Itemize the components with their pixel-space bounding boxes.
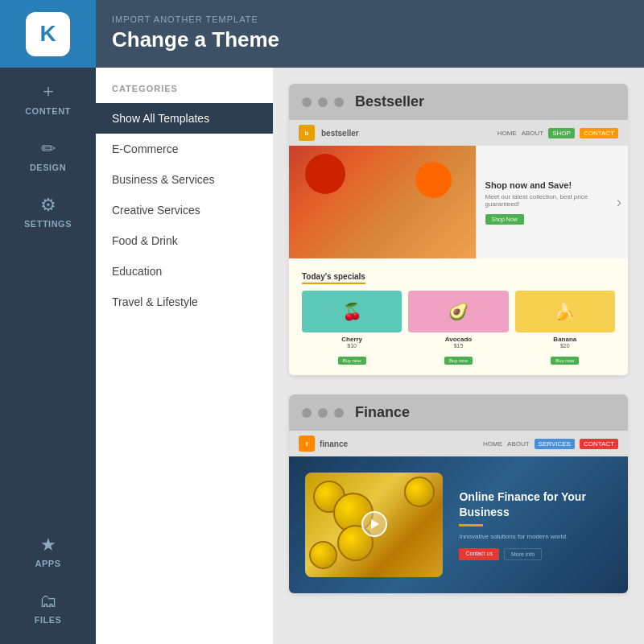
fin-hero-title: Online Finance for Your Business [459, 489, 612, 518]
fin-hero-coins [305, 473, 443, 577]
chevron-right-icon[interactable]: › [617, 194, 621, 211]
sidebar-item-apps[interactable]: ★ APPS [0, 523, 96, 580]
sidebar-label-apps: APPS [35, 559, 61, 568]
categories-panel: CATEGORIES Show All Templates E-Commerce… [96, 68, 273, 644]
fin-hero-text: Online Finance for Your Business Innovat… [443, 489, 612, 559]
page-header: IMPORT ANOTHER TEMPLATE Change a Theme [96, 0, 644, 68]
play-arrow-icon [371, 519, 379, 529]
bs-product-img-cherry: 🍒 [302, 291, 402, 332]
design-icon: ✏ [41, 138, 56, 159]
template-name-bestseller: Bestseller [355, 93, 424, 110]
bs-hero: Shop now and Save! Meet our latest colle… [289, 146, 628, 258]
fin-logo-text: finance [320, 440, 348, 448]
dot-f3 [334, 408, 344, 418]
fin-hero-underline [459, 524, 483, 526]
fin-nav-services: SERVICES [535, 439, 575, 449]
sidebar-label-settings: SETTINGS [24, 219, 72, 229]
header-subtitle: IMPORT ANOTHER TEMPLATE [112, 14, 628, 24]
bs-nav-links: HOME ABOUT SHOP CONTACT [497, 128, 618, 138]
play-button[interactable] [361, 511, 387, 537]
sidebar-item-files[interactable]: 🗂 FILES [0, 580, 96, 636]
bs-product-name-banana: Banana [515, 336, 615, 343]
bs-hero-text: Shop now and Save! Meet our latest colle… [476, 146, 628, 258]
bs-product-img-banana: 🍌 [515, 291, 615, 332]
fin-logo-area: f finance [299, 436, 348, 452]
header-title: Change a Theme [112, 27, 628, 52]
bs-nav-about: ABOUT [522, 130, 544, 137]
coin-5 [404, 477, 435, 507]
settings-icon: ⚙ [40, 195, 56, 216]
category-show-all[interactable]: Show All Templates [96, 103, 273, 134]
fin-logo-icon: f [299, 436, 315, 452]
template-card-finance[interactable]: Finance f finance HOME ABOUT SERVICES [289, 394, 628, 593]
files-icon: 🗂 [39, 591, 57, 612]
category-travel-lifestyle[interactable]: Travel & Lifestyle [96, 287, 273, 317]
bs-product-cherry: 🍒 Cherry $10 Buy now [302, 291, 402, 365]
bs-product-name-cherry: Cherry [302, 336, 402, 343]
fin-nav-contact: CONTACT [580, 439, 618, 449]
category-business-services[interactable]: Business & Services [96, 164, 273, 195]
bestseller-preview: b bestseller HOME ABOUT SHOP CONTACT [289, 120, 628, 375]
sidebar: K ＋ CONTENT ✏ DESIGN ⚙ SETTINGS ★ APPS 🗂… [0, 0, 96, 644]
content-icon: ＋ [39, 79, 57, 103]
category-education[interactable]: Education [96, 256, 273, 287]
template-card-bestseller[interactable]: Bestseller b bestseller HOME ABOUT SHOP [289, 84, 628, 375]
sidebar-label-content: CONTENT [25, 106, 71, 116]
template-name-finance: Finance [355, 404, 410, 421]
bs-product-price-banana: $20 [515, 343, 615, 349]
content-area: CATEGORIES Show All Templates E-Commerce… [96, 68, 644, 644]
bs-product-avocado: 🥑 Avocado $15 Buy now [408, 291, 508, 365]
bs-nav-contact: CONTACT [580, 128, 618, 138]
sidebar-item-content[interactable]: ＋ CONTENT [0, 68, 96, 127]
sidebar-label-design: DESIGN [30, 163, 66, 172]
template-card-header-finance: Finance [289, 394, 628, 431]
dot-1 [302, 97, 312, 107]
fin-nav-about: ABOUT [507, 440, 530, 448]
sidebar-item-settings[interactable]: ⚙ SETTINGS [0, 184, 96, 240]
templates-area: Bestseller b bestseller HOME ABOUT SHOP [273, 68, 644, 644]
bs-hero-title: Shop now and Save! [485, 180, 618, 190]
dot-2 [318, 97, 328, 107]
sidebar-label-files: FILES [35, 615, 62, 625]
bs-hero-button[interactable]: Shop Now [485, 214, 524, 225]
bs-product-btn-avocado[interactable]: Buy now [444, 357, 473, 365]
category-food-drink[interactable]: Food & Drink [96, 225, 273, 256]
bs-product-name-avocado: Avocado [408, 336, 508, 343]
dot-f1 [302, 408, 312, 418]
category-creative-services[interactable]: Creative Services [96, 195, 273, 225]
fin-nav-home: HOME [483, 440, 502, 448]
bs-product-price-avocado: $15 [408, 343, 508, 349]
sidebar-logo: K [0, 0, 96, 68]
fin-more-button[interactable]: More info [504, 548, 542, 560]
finance-preview: f finance HOME ABOUT SERVICES CONTACT [289, 431, 628, 593]
coin-3 [309, 541, 337, 569]
categories-label: CATEGORIES [96, 84, 273, 103]
bs-product-banana: 🍌 Banana $20 Buy now [515, 291, 615, 365]
fruit-orange [415, 162, 452, 198]
bs-product-btn-banana[interactable]: Buy now [551, 357, 579, 365]
bs-specials: Today's specials 🍒 Cherry $10 Buy now 🥑 … [289, 258, 628, 375]
apps-icon: ★ [40, 535, 56, 555]
main-area: IMPORT ANOTHER TEMPLATE Change a Theme C… [96, 0, 644, 644]
bs-products: 🍒 Cherry $10 Buy now 🥑 Avocado $15 Buy n… [302, 291, 615, 365]
fin-hero-subtitle: Innovative solutions for modern world. [459, 533, 612, 540]
sidebar-bottom: ★ APPS 🗂 FILES [0, 523, 96, 644]
bs-nav-home: HOME [497, 130, 517, 137]
bs-product-btn-cherry[interactable]: Buy now [338, 357, 366, 365]
category-ecommerce[interactable]: E-Commerce [96, 134, 273, 164]
dot-f2 [318, 408, 328, 418]
bs-hero-image [289, 146, 476, 258]
bs-hero-subtitle: Meet our latest collection, best price g… [485, 193, 618, 208]
template-card-header-bestseller: Bestseller [289, 84, 628, 120]
bs-specials-title: Today's specials [302, 272, 365, 284]
fin-hero-buttons: Contact us More info [459, 548, 612, 560]
fin-nav: f finance HOME ABOUT SERVICES CONTACT [289, 431, 628, 456]
fin-contact-button[interactable]: Contact us [459, 548, 498, 560]
bs-product-img-avocado: 🥑 [408, 291, 508, 332]
sidebar-item-design[interactable]: ✏ DESIGN [0, 127, 96, 184]
bs-nav-shop: SHOP [548, 128, 575, 138]
bs-product-price-cherry: $10 [302, 343, 402, 349]
logo-icon: K [26, 12, 70, 56]
bs-logo-area: b bestseller [299, 125, 359, 141]
bs-logo-text: bestseller [321, 129, 359, 138]
